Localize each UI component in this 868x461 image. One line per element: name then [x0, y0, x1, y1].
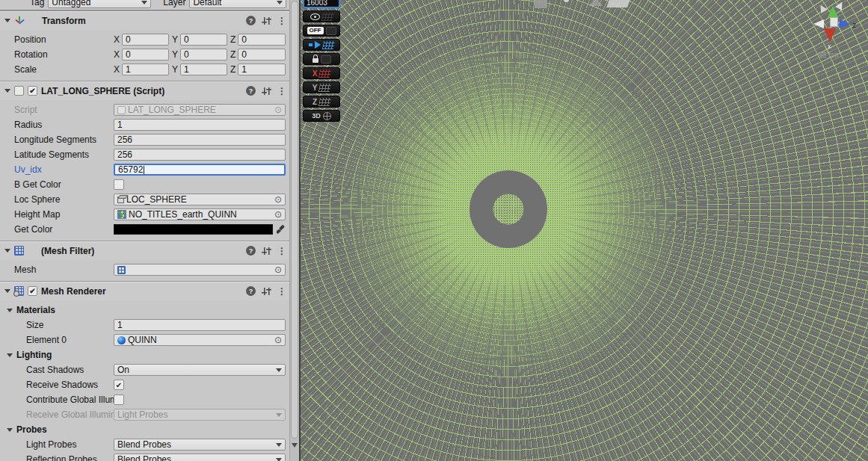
foldout-icon[interactable] [4, 289, 10, 293]
gizmo-projection-toggle[interactable]: Iso [819, 51, 838, 59]
help-icon[interactable]: ? [246, 16, 256, 25]
scene-object-pyramid[interactable] [589, 0, 603, 6]
position-y-field[interactable]: 0 [180, 34, 227, 46]
radius-row: Radius 1 [0, 117, 289, 132]
scene-overlay-toolbar: 16003 OFF X Y [303, 0, 340, 122]
uv-idx-field[interactable]: 65792 [114, 164, 286, 176]
mesh-renderer-header[interactable]: ✔ Mesh Renderer ? ⋮ [0, 281, 289, 300]
object-picker-icon[interactable]: ⊙ [274, 335, 282, 344]
rotation-z-field[interactable]: 0 [238, 49, 286, 61]
scale-x-field[interactable]: 1 [122, 64, 169, 75]
contribute-gi-checkbox[interactable] [114, 395, 124, 405]
tag-dropdown[interactable]: Untagged [48, 0, 151, 8]
x-axis-button[interactable]: X [303, 67, 340, 79]
contribute-gi-row: Contribute Global Illum [0, 392, 289, 407]
overlay-value-field[interactable]: 16003 [303, 0, 340, 8]
script-component-title: LAT_LONG_SPHERE (Script) [41, 86, 164, 96]
help-icon[interactable]: ? [246, 86, 256, 96]
more-icon[interactable]: ⋮ [277, 286, 285, 297]
foldout-icon[interactable] [7, 309, 13, 312]
materials-element0-row: Element 0 QUINN ⊙ [0, 332, 289, 347]
gizmo-center-cube[interactable] [830, 17, 838, 27]
lock-toggle-button[interactable] [303, 53, 340, 65]
foldout-icon[interactable] [4, 89, 10, 93]
scrollbar-thumb[interactable] [291, 1, 298, 439]
scene-axis-gizmo[interactable]: z x Iso [810, 1, 859, 63]
help-icon[interactable]: ? [246, 286, 256, 296]
gizmo-x-axis-cone[interactable] [824, 28, 836, 42]
element0-object-field[interactable]: QUINN ⊙ [114, 334, 286, 346]
gizmo-axis-cone[interactable] [817, 3, 828, 13]
transform-icon [14, 16, 25, 26]
object-picker-icon[interactable]: ⊙ [274, 265, 282, 274]
script-component-header[interactable]: ✔ LAT_LONG_SPHERE (Script) ? ⋮ [0, 81, 289, 100]
gizmo-z-axis-cone[interactable] [840, 19, 850, 28]
chevron-down-icon [276, 458, 282, 461]
longitude-segments-field[interactable]: 256 [114, 134, 286, 146]
more-icon[interactable]: ⋮ [277, 16, 285, 26]
foldout-icon[interactable] [4, 249, 10, 253]
position-x-field[interactable]: 0 [122, 34, 169, 46]
mesh-object-field[interactable]: ⊙ [114, 264, 286, 276]
scale-z-field[interactable]: 1 [238, 64, 286, 75]
rotation-y-field[interactable]: 0 [180, 49, 227, 61]
scale-y-field[interactable]: 1 [180, 64, 227, 75]
presets-icon[interactable] [262, 16, 271, 25]
help-icon[interactable]: ? [246, 246, 256, 256]
light-probes-row: Light Probes Blend Probes [0, 437, 289, 452]
presets-icon[interactable] [262, 247, 271, 256]
scene-object-cube[interactable] [535, 0, 547, 8]
probes-foldout[interactable]: Probes [0, 422, 289, 437]
component-enabled-checkbox[interactable]: ✔ [28, 286, 37, 296]
scene-view[interactable]: 16003 OFF X Y [301, 0, 868, 461]
position-z-field[interactable]: 0 [238, 34, 286, 46]
off-label: OFF [307, 27, 324, 34]
z-axis-button[interactable]: Z [303, 96, 340, 108]
height-map-object-field[interactable]: NO_TITLES_earth_QUINN ⊙ [114, 208, 286, 220]
more-icon[interactable]: ⋮ [277, 86, 285, 96]
height-map-row: Height Map NO_TITLES_earth_QUINN ⊙ [0, 207, 289, 222]
foldout-icon[interactable] [7, 428, 13, 432]
rotation-x-field[interactable]: 0 [122, 49, 169, 61]
y-axis-button[interactable]: Y [303, 81, 340, 93]
off-toggle-button[interactable]: OFF [303, 25, 340, 37]
materials-foldout[interactable]: Materials [0, 303, 289, 318]
text-cursor [144, 166, 144, 174]
component-enabled-checkbox[interactable]: ✔ [28, 86, 37, 96]
lighting-foldout[interactable]: Lighting [0, 347, 289, 362]
radius-field[interactable]: 1 [114, 119, 286, 131]
layer-dropdown[interactable]: Default [189, 0, 286, 8]
mesh-filter-header[interactable]: (Mesh Filter) ? ⋮ [0, 241, 289, 260]
object-picker-icon[interactable]: ⊙ [274, 195, 282, 204]
receive-shadows-checkbox[interactable]: ✔ [114, 380, 124, 390]
foldout-icon[interactable] [4, 19, 10, 22]
presets-icon[interactable] [262, 87, 271, 96]
gizmo-y-axis-cone[interactable] [828, 6, 838, 17]
foldout-icon[interactable] [7, 353, 13, 357]
toggle-box [326, 27, 336, 35]
loc-sphere-object-field[interactable]: LOC_SPHERE ⊙ [114, 194, 286, 205]
more-icon[interactable]: ⋮ [277, 246, 285, 256]
threed-button[interactable]: 3D [303, 110, 340, 122]
inspector-scrollbar[interactable] [289, 0, 299, 461]
scrollbar-down-button[interactable] [290, 440, 299, 451]
reflection-probes-dropdown[interactable]: Blend Probes [114, 454, 286, 461]
materials-size-field[interactable]: 1 [114, 319, 286, 331]
flow-toggle-button[interactable] [303, 39, 340, 51]
visibility-toggle-button[interactable] [303, 10, 340, 22]
transform-header[interactable]: Transform ? ⋮ [0, 10, 289, 30]
get-color-row: Get Color [0, 222, 289, 237]
eyedropper-icon[interactable] [275, 224, 286, 235]
chevron-down-icon [141, 1, 147, 4]
object-picker-icon[interactable]: ⊙ [274, 105, 282, 114]
mesh-filter-body: Mesh ⊙ [0, 260, 289, 281]
gizmo-axis-cone[interactable] [813, 19, 824, 28]
object-picker-icon[interactable]: ⊙ [274, 210, 282, 219]
presets-icon[interactable] [262, 287, 271, 296]
chevron-down-icon [276, 443, 282, 447]
light-probes-dropdown[interactable]: Blend Probes [114, 439, 286, 451]
color-swatch[interactable] [114, 224, 273, 235]
cast-shadows-dropdown[interactable]: On [114, 364, 286, 376]
b-get-color-checkbox[interactable] [114, 179, 124, 190]
latitude-segments-field[interactable]: 256 [114, 149, 286, 161]
